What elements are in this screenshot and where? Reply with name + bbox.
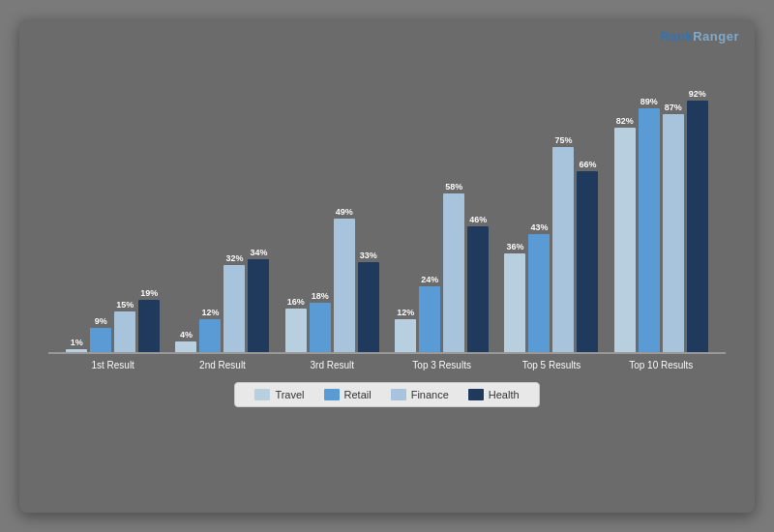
bar-health [138,300,160,352]
bar-wrap: 24% [419,275,440,352]
bar-retail [419,286,440,352]
legend-item-travel: Travel [254,389,304,400]
bar-health [467,226,489,352]
bar-value-label: 43% [530,222,548,232]
legend-item-retail: Retail [324,389,372,400]
bar-wrap: 58% [443,182,464,352]
bars-container: 12%24%58%46% [395,182,489,352]
legend-label-travel: Travel [275,389,304,400]
bar-health [248,259,269,352]
bars-container: 36%43%75%66% [504,135,598,352]
bar-value-label: 49% [336,207,353,217]
bar-value-label: 19% [140,288,158,298]
x-axis-label: Top 3 Results [399,360,486,370]
bar-retail [199,319,221,352]
bars-container: 1%9%15%19% [66,288,160,352]
bar-wrap: 89% [639,97,660,352]
bar-wrap: 12% [199,308,221,352]
legend-label-finance: Finance [411,389,449,400]
bar-value-label: 34% [250,248,267,257]
legend-color-travel [254,389,270,400]
bar-value-label: 9% [95,316,107,326]
x-axis-label: Top 10 Results [617,360,704,370]
bar-wrap: 1% [66,338,87,352]
bar-value-label: 32% [225,253,243,263]
x-axis-label: 1st Result [70,360,157,370]
chart-card: RankRanger 1%9%15%19%4%12%32%34%16%18%49… [19,19,755,513]
bar-wrap: 82% [614,116,636,352]
bar-health [358,262,379,352]
bar-finance [552,147,574,352]
bar-wrap: 12% [395,308,416,352]
bar-travel [175,341,196,352]
logo-rank: Rank [660,29,693,44]
bar-wrap: 9% [90,316,111,352]
bars-container: 4%12%32%34% [175,248,269,352]
legend-label-health: Health [489,389,520,400]
legend-color-health [468,389,484,400]
bar-wrap: 46% [467,215,489,352]
bars-container: 82%89%87%92% [614,89,708,352]
bar-value-label: 18% [312,291,329,301]
legend-label-retail: Retail [344,389,372,400]
chart-legend: TravelRetailFinanceHealth [234,382,539,407]
bar-finance [223,265,245,352]
bar-value-label: 92% [689,89,706,99]
chart-area: 1%9%15%19%4%12%32%34%16%18%49%33%12%24%5… [48,54,726,354]
logo: RankRanger [660,29,739,44]
bar-value-label: 4% [180,330,193,340]
bar-wrap: 43% [528,222,550,352]
bar-value-label: 16% [287,297,305,307]
logo-ranger: Ranger [693,29,739,44]
bar-value-label: 36% [506,242,523,251]
x-axis-label: Top 5 Results [508,360,595,370]
bar-group: 4%12%32%34% [175,248,269,352]
x-labels: 1st Result2nd Result3rd ResultTop 3 Resu… [48,354,726,370]
bar-value-label: 15% [116,300,134,310]
bar-wrap: 19% [138,288,160,352]
bar-value-label: 12% [201,308,219,317]
bar-wrap: 66% [577,160,598,352]
bar-wrap: 34% [248,248,269,352]
x-axis-label: 2nd Result [179,360,266,370]
bar-travel [395,319,416,352]
bar-wrap: 87% [663,103,684,352]
bar-wrap: 18% [310,291,331,352]
bar-travel [285,309,307,352]
bar-travel [614,128,636,352]
bar-retail [639,108,660,352]
bar-health [577,171,598,352]
legend-color-finance [391,389,406,400]
legend-item-finance: Finance [391,389,449,400]
legend-item-health: Health [468,389,520,400]
bar-group: 12%24%58%46% [395,182,489,352]
bar-health [687,101,708,352]
bar-value-label: 46% [469,215,487,224]
x-axis-label: 3rd Result [288,360,375,370]
bar-wrap: 32% [223,253,245,352]
bar-wrap: 33% [358,251,379,352]
bar-value-label: 89% [640,97,658,106]
bar-wrap: 36% [504,242,525,352]
bar-value-label: 75% [554,135,572,145]
legend-color-retail [324,389,340,400]
bar-wrap: 92% [687,89,708,352]
bar-wrap: 15% [114,300,135,352]
bar-value-label: 1% [71,338,83,347]
bar-finance [443,193,464,352]
bar-travel [66,349,87,352]
bars-container: 16%18%49%33% [285,207,379,352]
bar-retail [310,303,331,352]
bar-value-label: 82% [616,116,634,126]
bar-wrap: 49% [334,207,355,352]
bar-retail [90,328,111,352]
bar-retail [528,234,550,352]
bar-value-label: 24% [421,275,438,284]
bar-value-label: 87% [665,103,682,112]
bar-value-label: 33% [360,251,377,260]
bar-value-label: 58% [445,182,462,192]
bar-value-label: 12% [397,308,414,317]
bar-finance [114,311,135,352]
bar-group: 16%18%49%33% [285,207,379,352]
bar-value-label: 66% [579,160,596,169]
